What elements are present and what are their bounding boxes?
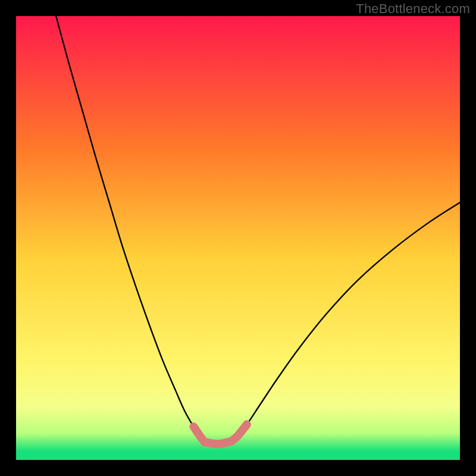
- plot-area: [16, 16, 460, 460]
- watermark-text: TheBottleneck.com: [356, 1, 470, 17]
- chart-frame: TheBottleneck.com: [0, 0, 476, 476]
- gradient-background: [16, 16, 460, 460]
- plot-svg: [16, 16, 460, 460]
